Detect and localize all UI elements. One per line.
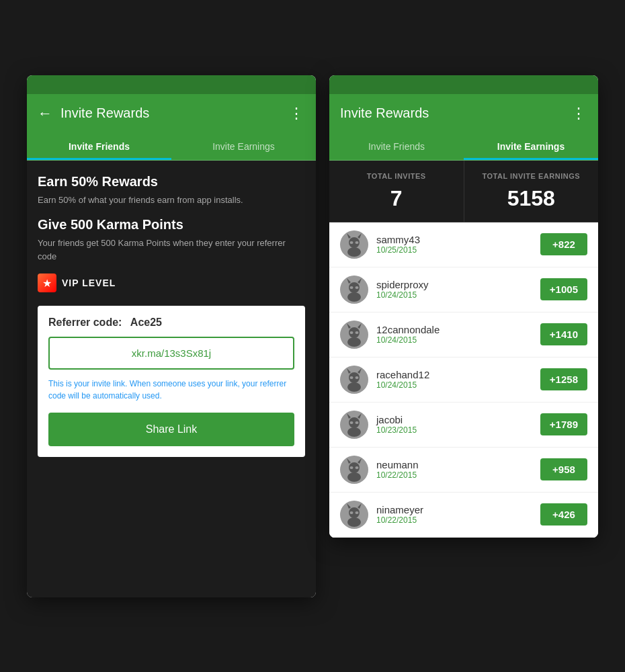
avatar-icon (340, 321, 368, 349)
invite-date: 10/23/2015 (376, 425, 532, 435)
svg-point-30 (347, 427, 361, 437)
invite-info: spiderproxy 10/24/2015 (376, 279, 532, 300)
invite-item: jacobi 10/23/2015 +1789 (329, 403, 598, 448)
svg-point-40 (350, 466, 353, 469)
invite-username: jacobi (376, 414, 532, 425)
invite-date: 10/24/2015 (376, 290, 532, 300)
svg-point-26 (350, 376, 353, 379)
avatar-icon (340, 501, 368, 529)
invite-hint: This is your invite link. When someone u… (48, 378, 294, 402)
svg-point-34 (356, 421, 359, 424)
svg-point-37 (347, 472, 361, 482)
avatar (340, 501, 368, 529)
invite-username: neumann (376, 459, 532, 470)
total-earnings-block: TOTAL INVITE EARNINGS 5158 (464, 161, 599, 222)
invite-date: 10/22/2015 (376, 470, 532, 480)
earn-title: Earn 50% Rewards (38, 174, 305, 190)
invite-item: racehand12 10/24/2015 +1258 (329, 358, 598, 403)
referrer-code-value: Ace25 (130, 317, 162, 328)
avatar (340, 276, 368, 304)
right-phone-frame: Invite Rewards ⋮ Invite Friends Invite E… (329, 75, 598, 538)
invite-points: +1410 (540, 323, 587, 345)
stats-bar: TOTAL INVITES 7 TOTAL INVITE EARNINGS 51… (329, 161, 598, 222)
svg-point-27 (356, 376, 359, 379)
referrer-section: Referrer code: Ace25 xkr.ma/13s3Sx81j Th… (38, 306, 305, 457)
svg-point-9 (347, 292, 361, 302)
vip-label: VIP LEVEL (62, 278, 116, 288)
status-bar-right (329, 75, 598, 94)
total-earnings-value: 5158 (475, 186, 588, 211)
status-bar-left (27, 75, 316, 94)
avatar-icon (340, 456, 368, 484)
svg-point-13 (356, 286, 359, 289)
avatar (340, 456, 368, 484)
invite-date: 10/25/2015 (376, 245, 532, 255)
karma-title: Give 500 Karma Points (38, 217, 305, 233)
app-title-right: Invite Rewards (340, 106, 429, 121)
invite-list: sammy43 10/25/2015 +822 (329, 222, 598, 538)
karma-desc: Your friends get 500 Karma Points when t… (38, 237, 305, 263)
tabs-bar-right: Invite Friends Invite Earnings (329, 133, 598, 161)
invite-points: +426 (540, 503, 587, 526)
invite-info: jacobi 10/23/2015 (376, 414, 532, 435)
content-left: Earn 50% Rewards Earn 50% of what your f… (27, 161, 316, 597)
invite-item: spiderproxy 10/24/2015 +1005 (329, 267, 598, 312)
invite-username: ninameyer (376, 504, 532, 515)
app-title-left: Invite Rewards (60, 106, 149, 121)
invite-username: sammy43 (376, 234, 532, 245)
avatar-icon (340, 276, 368, 304)
tab-invite-earnings-left[interactable]: Invite Earnings (171, 133, 316, 160)
total-invites-label: TOTAL INVITES (340, 171, 453, 181)
svg-point-6 (356, 241, 359, 244)
invite-points: +1005 (540, 278, 587, 300)
svg-point-5 (350, 241, 353, 244)
invite-points: +822 (540, 233, 587, 255)
avatar (340, 321, 368, 349)
invite-info: sammy43 10/25/2015 (376, 234, 532, 255)
invite-points: +1258 (540, 368, 587, 390)
menu-button-right[interactable]: ⋮ (571, 105, 587, 122)
left-phone-frame: ← Invite Rewards ⋮ Invite Friends Invite… (27, 75, 316, 597)
svg-point-47 (350, 511, 353, 514)
svg-point-12 (350, 286, 353, 289)
avatar (340, 366, 368, 394)
invite-info: ninameyer 10/22/2015 (376, 504, 532, 525)
invite-date: 10/22/2015 (376, 515, 532, 525)
share-link-button[interactable]: Share Link (48, 413, 294, 446)
tab-invite-earnings-right[interactable]: Invite Earnings (464, 133, 598, 160)
header-right-title-group: Invite Rewards (340, 106, 429, 121)
invite-username: racehand12 (376, 369, 532, 380)
svg-point-19 (350, 331, 353, 334)
svg-point-48 (356, 511, 359, 514)
menu-button-left[interactable]: ⋮ (289, 105, 305, 122)
invite-date: 10/24/2015 (376, 380, 532, 390)
total-invites-value: 7 (340, 186, 453, 211)
vip-icon: ★ (38, 274, 56, 292)
svg-point-33 (350, 421, 353, 424)
invite-points: +1789 (540, 413, 587, 435)
svg-point-2 (347, 247, 361, 257)
avatar (340, 411, 368, 439)
avatar-icon (340, 230, 368, 259)
invite-link-box[interactable]: xkr.ma/13s3Sx81j (48, 337, 294, 370)
tabs-bar-left: Invite Friends Invite Earnings (27, 133, 316, 161)
earn-desc: Earn 50% of what your friends earn from … (38, 194, 305, 207)
tab-invite-friends-left[interactable]: Invite Friends (27, 133, 171, 160)
invite-item: ninameyer 10/22/2015 +426 (329, 493, 598, 538)
invite-item: neumann 10/22/2015 +958 (329, 448, 598, 493)
svg-point-20 (356, 331, 359, 334)
referrer-label-row: Referrer code: Ace25 (48, 317, 294, 329)
svg-point-23 (347, 382, 361, 392)
header-left-group: ← Invite Rewards (38, 105, 149, 122)
avatar-icon (340, 411, 368, 439)
tab-invite-friends-right[interactable]: Invite Friends (329, 133, 464, 160)
invite-info: neumann 10/22/2015 (376, 459, 532, 480)
avatar (340, 230, 368, 259)
back-button[interactable]: ← (38, 105, 52, 122)
vip-level-row: ★ VIP LEVEL (38, 274, 305, 292)
avatar-icon (340, 366, 368, 394)
invite-username: spiderproxy (376, 279, 532, 290)
svg-point-16 (347, 337, 361, 347)
referrer-label: Referrer code: (48, 317, 122, 328)
total-invites-block: TOTAL INVITES 7 (329, 161, 464, 222)
